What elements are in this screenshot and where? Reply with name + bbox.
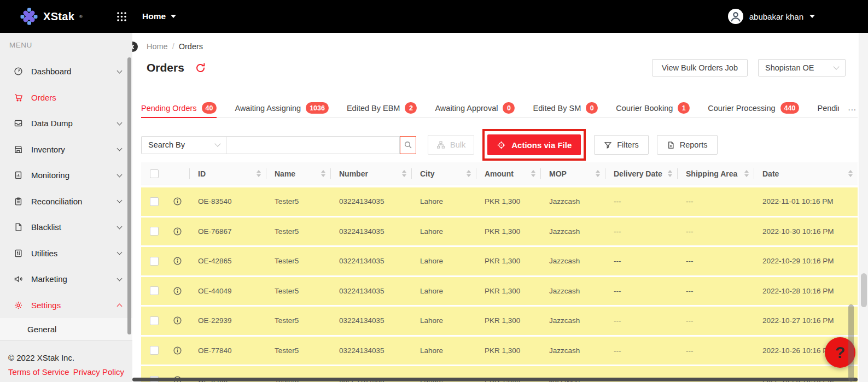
sidebar-item-blacklist[interactable]: Blacklist [0, 214, 132, 240]
bulk-button-label: Bulk [450, 140, 465, 149]
sort-toggle-icon[interactable] [467, 170, 471, 177]
search-input[interactable] [226, 136, 400, 154]
sidebar-item-orders[interactable]: Orders [0, 85, 132, 111]
bulk-button[interactable]: Bulk [428, 135, 474, 155]
sort-toggle-icon[interactable] [402, 170, 406, 177]
sidebar-item-settings[interactable]: Settings [0, 292, 132, 319]
privacy-policy-link[interactable]: Privacy Policy [73, 367, 124, 377]
column-header[interactable]: Amount [476, 162, 540, 185]
actions-via-file-button[interactable]: Actions via File [487, 134, 581, 155]
select-all-checkbox[interactable] [150, 169, 159, 178]
tab[interactable]: Edited By EBM 2 [347, 101, 417, 118]
sort-toggle-icon[interactable] [257, 170, 261, 177]
sort-toggle-icon[interactable] [668, 170, 672, 177]
row-checkbox[interactable] [150, 197, 159, 206]
page-title: Orders [147, 61, 184, 74]
cart-icon [14, 93, 23, 102]
info-icon[interactable] [173, 286, 182, 296]
tab[interactable]: Pending Orders 40 [141, 101, 217, 118]
cell-amount: PKR 1,300 [476, 197, 540, 205]
aim-icon [497, 140, 506, 150]
chevron-down-icon [117, 224, 123, 229]
search-icon [404, 140, 412, 149]
info-icon[interactable] [173, 346, 182, 355]
column-header[interactable]: City [411, 162, 476, 185]
sidebar-item-utilities[interactable]: Utilities [0, 240, 132, 267]
bulk-cluster-icon [436, 140, 445, 149]
collapse-sidebar-button[interactable] [132, 40, 139, 53]
sort-toggle-icon[interactable] [321, 170, 325, 177]
search-by-value: Search By [148, 140, 185, 149]
tab-count-badge: 0 [586, 102, 598, 114]
tab[interactable]: Edited By SM 0 [533, 101, 598, 118]
info-icon[interactable] [173, 227, 182, 236]
column-header[interactable]: ID [189, 162, 266, 185]
row-checkbox[interactable] [150, 316, 159, 325]
column-header[interactable]: Name [266, 162, 330, 185]
table-row[interactable]: OE-76867 Tester5 03224134035 Lahore PKR … [141, 218, 858, 246]
sidebar-item-marketing[interactable]: Marketing [0, 266, 132, 292]
table-row[interactable]: OE-42865 Tester5 03224134035 Lahore PKR … [141, 247, 858, 275]
row-checkbox[interactable] [150, 227, 159, 236]
info-icon[interactable] [173, 197, 182, 206]
column-header[interactable]: Date [754, 162, 858, 185]
row-checkbox[interactable] [150, 286, 159, 295]
sidebar-subitem-general[interactable]: General [0, 318, 132, 341]
store-select[interactable]: Shopistan OE [758, 59, 846, 77]
tab[interactable]: Awaiting Approval 0 [435, 101, 515, 118]
column-header-label: Number [339, 169, 368, 178]
row-checkbox[interactable] [150, 257, 159, 266]
table-row[interactable]: OE-22939 Tester5 03224134035 Lahore PKR … [141, 307, 858, 335]
cell-date: 2022-10-28 10:16 PM [754, 287, 858, 295]
sidebar-item-inventory[interactable]: Inventory [0, 137, 132, 163]
table-row[interactable]: OE-44049 Tester5 03224134035 Lahore PKR … [141, 277, 858, 305]
column-header[interactable]: Number [330, 162, 411, 185]
column-header[interactable]: Shipping Area [677, 162, 754, 185]
tab[interactable]: Awaiting Assigning 1036 [235, 101, 328, 118]
vertical-scrollbar-track[interactable] [859, 33, 868, 382]
column-header[interactable]: Delivery Date [605, 162, 677, 185]
report-file-icon [667, 141, 675, 149]
search-by-select[interactable]: Search By [141, 136, 226, 154]
sidebar-item-monitoring[interactable]: Monitoring [0, 162, 132, 189]
terms-of-service-link[interactable]: Terms of Service [8, 367, 69, 377]
cell-shipping-area: --- [677, 197, 754, 205]
brand-logo[interactable]: XStak ® [20, 7, 83, 26]
cell-city: Lahore [411, 287, 476, 295]
info-icon[interactable] [173, 316, 182, 325]
column-header-label: Date [762, 169, 779, 178]
breadcrumb-home[interactable]: Home [147, 42, 168, 51]
tab[interactable]: Courier Processing 440 [708, 101, 799, 118]
user-menu[interactable]: abubakar khan [728, 9, 815, 24]
sidebar-item-dashboard[interactable]: Dashboard [0, 58, 132, 85]
refresh-icon[interactable] [195, 62, 206, 74]
sort-toggle-icon[interactable] [531, 170, 535, 177]
filters-button[interactable]: Filters [594, 135, 648, 155]
apps-grid-icon[interactable] [116, 11, 127, 22]
inner-scrollbar-thumb[interactable] [848, 304, 854, 382]
sort-toggle-icon[interactable] [596, 170, 600, 177]
horizontal-scrollbar[interactable] [132, 378, 858, 381]
top-navbar: XStak ® Home abubakar khan [0, 0, 868, 33]
tab[interactable]: Courier Booking 1 [616, 101, 690, 118]
more-tabs-button[interactable]: ... [843, 101, 858, 117]
sidebar-item-reconciliation[interactable]: Reconciliation [0, 189, 132, 215]
info-icon[interactable] [173, 256, 182, 266]
search-button[interactable] [400, 136, 416, 154]
table-row[interactable]: OE-83540 Tester5 03224134035 Lahore PKR … [141, 187, 858, 216]
home-nav-dropdown[interactable]: Home [142, 11, 176, 21]
cell-mop: Jazzcash [540, 227, 605, 236]
sort-toggle-icon[interactable] [848, 170, 853, 177]
table-row[interactable]: OE-77840 Tester5 03224134035 Lahore PKR … [141, 337, 858, 365]
view-bulk-orders-job-button[interactable]: View Bulk Orders Job [652, 59, 748, 77]
chevron-down-icon [117, 68, 123, 73]
reports-button[interactable]: Reports [657, 135, 718, 155]
cell-amount: PKR 1,300 [476, 287, 540, 295]
column-header[interactable]: MOP [540, 162, 605, 185]
row-checkbox[interactable] [150, 346, 159, 355]
sidebar-scrollbar[interactable] [127, 57, 131, 334]
vertical-scrollbar-thumb[interactable] [861, 273, 867, 307]
sidebar-item-data-dump[interactable]: Data Dump [0, 110, 132, 137]
tab[interactable]: Pending Dispatch 351 [817, 101, 839, 118]
sort-toggle-icon[interactable] [744, 170, 749, 177]
